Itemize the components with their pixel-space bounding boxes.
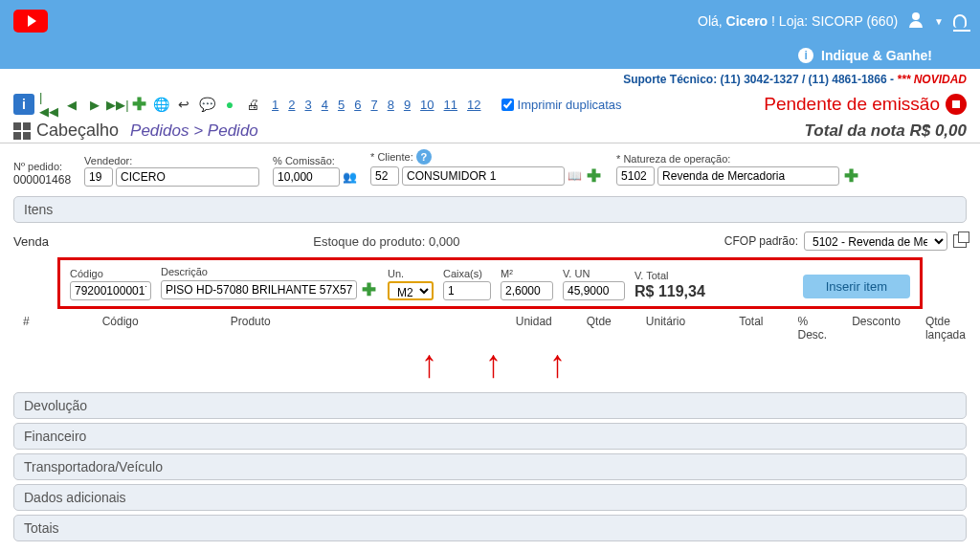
inserir-item-button[interactable]: Inserir item [803, 275, 910, 298]
numlink-8[interactable]: 8 [383, 96, 399, 114]
section-transportadora[interactable]: Transportadora/Veículo [13, 453, 967, 480]
add-cliente-icon[interactable]: ✚ [585, 165, 603, 187]
section-devolucao[interactable]: Devolução [13, 392, 967, 419]
cfop-select[interactable]: 5102 - Revenda de Mer [804, 231, 947, 251]
imprimir-duplicatas-checkbox[interactable]: Imprimir duplicatas [501, 98, 622, 112]
grid-icon [13, 122, 31, 140]
arrow1-icon: ↑ [421, 342, 437, 386]
youtube-logo [13, 10, 48, 33]
col-qtde: Qtde [587, 315, 612, 342]
item-m2-input[interactable] [501, 281, 553, 300]
revert-icon[interactable]: ↩ [175, 96, 192, 113]
vendedor-code-input[interactable] [84, 167, 113, 187]
npedido-value: 000001468 [13, 173, 71, 187]
npedido-label: Nº pedido: [13, 161, 71, 172]
chat-icon[interactable]: 💬 [198, 96, 215, 113]
stop-icon[interactable] [946, 94, 967, 115]
arrow2-icon: ↑ [485, 342, 501, 386]
col-codigo: Código [102, 315, 139, 342]
numlink-6[interactable]: 6 [349, 96, 366, 114]
section-itens[interactable]: Itens [13, 196, 967, 223]
cliente-help-icon[interactable]: ? [416, 149, 432, 165]
whatsapp-icon[interactable]: ● [221, 96, 238, 113]
natureza-code-input[interactable] [616, 166, 655, 186]
info-button[interactable]: i [13, 94, 34, 115]
comissao-label: % Comissão: [273, 155, 357, 166]
pendente-label: Pendente de emissão [764, 94, 940, 115]
item-vun-input[interactable] [563, 281, 625, 300]
col-desconto: Desconto [852, 315, 901, 342]
cliente-label: * Cliente: ? [370, 149, 603, 165]
page-title: Cabeçalho [36, 121, 119, 141]
col-total: Total [739, 315, 763, 342]
col-qtdelanc: Qtde lançada [925, 315, 966, 342]
globe-icon[interactable]: 🌐 [152, 96, 169, 113]
vendedor-label: Vendedor: [84, 155, 259, 166]
prev-icon[interactable]: ◀ [63, 96, 80, 113]
item-desc-input[interactable] [161, 280, 357, 299]
vendedor-name-input[interactable] [116, 167, 259, 187]
numlink-11[interactable]: 11 [439, 96, 462, 114]
numlink-5[interactable]: 5 [333, 96, 349, 114]
last-icon[interactable]: ▶▶| [109, 96, 126, 113]
col-hash: # [23, 315, 30, 342]
total-nota: Total da nota R$ 0,00 [805, 121, 967, 141]
people-icon[interactable]: 👥 [343, 170, 357, 184]
cliente-name-input[interactable] [402, 166, 565, 186]
item-vtotal: R$ 119,34 [635, 283, 705, 300]
popout-icon[interactable] [953, 234, 967, 248]
imprimir-checkbox-input[interactable] [501, 99, 514, 111]
numlink-3[interactable]: 3 [300, 96, 316, 114]
section-totais[interactable]: Totais [13, 515, 967, 541]
item-caixas-input[interactable] [443, 281, 491, 300]
col-pdesc: % Desc. [798, 315, 828, 342]
comissao-input[interactable] [273, 167, 340, 187]
novidade-link[interactable]: *** NOVIDAD [897, 73, 967, 86]
bell-icon[interactable] [953, 14, 967, 28]
numlink-7[interactable]: 7 [366, 96, 382, 114]
col-unitario: Unitário [646, 315, 685, 342]
book-icon[interactable]: 📖 [568, 169, 582, 183]
add-item-icon[interactable]: ✚ [360, 279, 378, 300]
print-icon[interactable]: 🖨 [244, 96, 261, 113]
cliente-code-input[interactable] [370, 166, 399, 186]
section-financeiro[interactable]: Financeiro [13, 423, 967, 450]
suporte-text: Suporte Técnico: (11) 3042-1327 / (11) 4… [623, 73, 897, 86]
item-entry-row: Código Descrição ✚ Un. M2 Caixa(s) M² V.… [57, 257, 923, 309]
col-produto: Produto [231, 315, 271, 342]
numlink-2[interactable]: 2 [283, 96, 300, 114]
section-dados-adicionais[interactable]: Dados adicionais [13, 484, 967, 511]
numlink-10[interactable]: 10 [415, 96, 438, 114]
add-natureza-icon[interactable]: ✚ [842, 165, 860, 187]
info-icon: i [798, 48, 813, 63]
numlink-4[interactable]: 4 [317, 96, 333, 114]
natureza-label: * Natureza de operação: [616, 153, 860, 165]
venda-label: Venda [13, 234, 49, 249]
add-icon[interactable]: ✚ [132, 94, 146, 115]
first-icon[interactable]: |◀◀ [40, 96, 57, 113]
natureza-name-input[interactable] [657, 166, 839, 186]
greeting: Olá, Cicero ! Loja: SICORP (660) [698, 13, 898, 29]
cfop-label: CFOP padrão: [724, 234, 798, 248]
user-icon[interactable] [907, 12, 924, 30]
numlink-9[interactable]: 9 [399, 96, 415, 114]
indique-link[interactable]: Indique & Ganhe! [821, 48, 932, 63]
estoque-label: Estoque do produto: 0,000 [313, 234, 459, 249]
breadcrumb-path: Pedidos > Pedido [130, 121, 258, 141]
numlink-12[interactable]: 12 [462, 96, 485, 114]
item-un-select[interactable]: M2 [388, 281, 434, 300]
numlink-1[interactable]: 1 [267, 96, 283, 114]
arrow3-icon: ↑ [549, 342, 566, 386]
item-codigo-input[interactable] [70, 281, 151, 300]
col-unidad: Unidad [516, 315, 552, 342]
next-icon[interactable]: ▶ [86, 96, 103, 113]
chevron-down-icon[interactable]: ▼ [934, 16, 944, 27]
